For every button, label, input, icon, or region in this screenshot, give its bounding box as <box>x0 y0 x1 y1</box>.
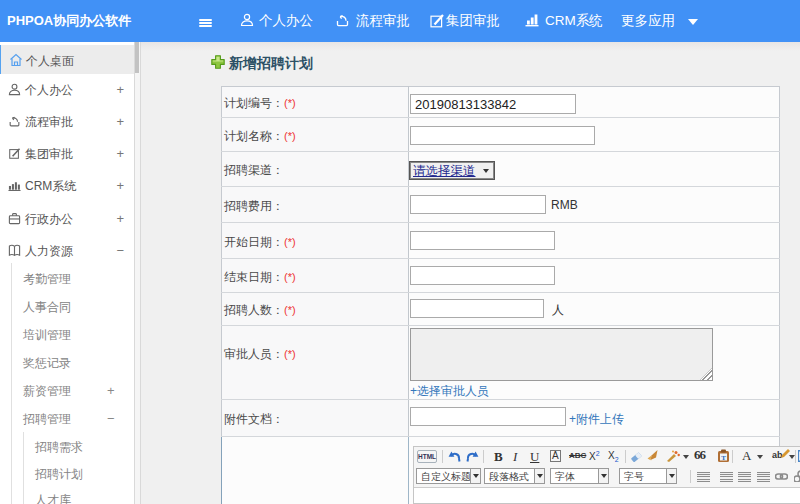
svg-text:T: T <box>721 454 726 462</box>
